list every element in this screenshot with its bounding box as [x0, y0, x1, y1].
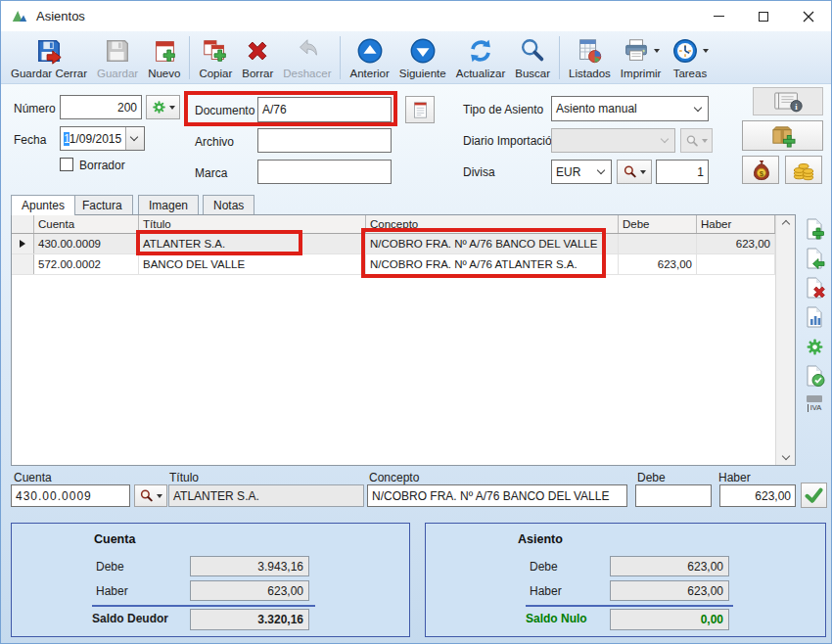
cuenta-separator-line: [92, 605, 315, 607]
info-notebook-icon: i: [771, 90, 805, 113]
archivo-input[interactable]: [257, 128, 392, 153]
tab-imagen[interactable]: Imagen: [138, 195, 199, 214]
undo-icon: [293, 36, 322, 66]
editor-titulo-input: ATLANTER S.A.: [168, 484, 364, 507]
col-header-haber[interactable]: Haber: [697, 215, 775, 233]
grid-settings-button[interactable]: [802, 334, 827, 359]
cell-titulo[interactable]: ATLANTER S.A.: [139, 234, 366, 253]
scroll-up-icon[interactable]: [781, 220, 789, 228]
nuevo-button[interactable]: Nuevo: [143, 33, 185, 82]
svg-text:$: $: [759, 169, 763, 178]
tareas-button[interactable]: Tareas: [666, 33, 714, 82]
buscar-button[interactable]: Buscar: [510, 33, 555, 82]
insert-row-icon: [804, 248, 825, 269]
siguiente-button[interactable]: Siguiente: [394, 33, 451, 82]
col-header-debe[interactable]: Debe: [619, 215, 697, 233]
validate-row-button[interactable]: [802, 363, 827, 389]
divisa-search-button[interactable]: [617, 160, 652, 184]
guardar-label: Guardar: [97, 68, 138, 80]
editor-haber-input[interactable]: 623,00: [719, 484, 796, 507]
add-row-button[interactable]: [802, 216, 827, 242]
tasks-clock-icon: [670, 36, 700, 66]
imprimir-menu-caret-icon[interactable]: [654, 49, 660, 53]
cell-concepto[interactable]: N/COBRO FRA. Nº A/76 ATLANTER S.A.: [366, 254, 619, 274]
col-header-concepto[interactable]: Concepto: [366, 215, 619, 233]
row-report-button[interactable]: [802, 304, 827, 330]
divisa-select[interactable]: EUR: [551, 160, 612, 184]
grid-vertical-scrollbar[interactable]: [775, 215, 795, 465]
anterior-button[interactable]: Anterior: [345, 33, 393, 82]
listados-label: Listados: [569, 68, 611, 80]
editor-concepto-input[interactable]: N/COBRO FRA. Nº A/76 BANCO DEL VALLE: [367, 484, 627, 507]
coins-button[interactable]: [785, 156, 822, 184]
insert-row-button[interactable]: [802, 246, 827, 271]
deshacer-button[interactable]: Deshacer: [278, 33, 336, 82]
chevron-down-icon: [597, 166, 605, 174]
scroll-down-icon[interactable]: [781, 452, 789, 460]
numero-options-button[interactable]: [146, 95, 180, 119]
marca-input[interactable]: [257, 160, 392, 184]
table-row[interactable]: 430.00.0009 ATLANTER S.A. N/COBRO FRA. N…: [12, 234, 795, 254]
fecha-label: Fecha: [14, 133, 46, 147]
nuevo-label: Nuevo: [148, 68, 180, 80]
fecha-dropdown-button[interactable]: [125, 127, 144, 150]
add-package-button[interactable]: [742, 120, 823, 151]
documento-input[interactable]: A/76: [257, 97, 392, 122]
tareas-menu-caret-icon[interactable]: [703, 49, 709, 53]
asiento-haber-value: 623,00: [610, 580, 729, 601]
confirm-row-button[interactable]: [801, 483, 827, 508]
cell-titulo[interactable]: BANCO DEL VALLE: [139, 254, 366, 274]
actualizar-button[interactable]: Actualizar: [451, 33, 511, 82]
iva-button[interactable]: IVA: [802, 392, 827, 414]
listados-button[interactable]: Listados: [564, 33, 616, 82]
borrador-checkbox[interactable]: [60, 158, 73, 171]
cell-cuenta[interactable]: 430.00.0009: [34, 234, 139, 253]
app-logo-icon: [11, 9, 28, 23]
editor-cuenta-input[interactable]: 430.00.0009: [11, 484, 130, 507]
guardar-cerrar-button[interactable]: Guardar Cerrar: [6, 33, 92, 82]
save-close-icon: [34, 36, 64, 66]
documento-notes-button[interactable]: [405, 96, 435, 123]
col-header-titulo[interactable]: Título: [139, 215, 366, 233]
editor-cuenta-search-button[interactable]: [134, 484, 167, 507]
cuenta-haber-label: Haber: [96, 584, 128, 598]
search-icon: [518, 36, 547, 66]
cuenta-haber-value: 623,00: [190, 580, 309, 601]
numero-input[interactable]: 200: [60, 95, 142, 119]
asiento-info-button[interactable]: i: [753, 87, 823, 115]
tipo-asiento-select[interactable]: Asiento manual: [551, 96, 709, 121]
cell-haber[interactable]: 623,00: [697, 234, 775, 253]
money-bag-button[interactable]: $: [742, 156, 779, 184]
delete-row-button[interactable]: [802, 275, 827, 300]
row-arrow-icon: [20, 240, 25, 248]
maximize-button[interactable]: [741, 1, 786, 31]
diario-importacion-label: Diario Importación: [463, 134, 558, 148]
table-row[interactable]: 572.00.0002 BANCO DEL VALLE N/COBRO FRA.…: [12, 254, 795, 275]
copiar-button[interactable]: Copiar: [194, 33, 237, 82]
tab-notas[interactable]: Notas: [203, 195, 254, 214]
cell-cuenta[interactable]: 572.00.0002: [34, 254, 139, 274]
cell-debe[interactable]: 623,00: [619, 254, 697, 274]
guardar-cerrar-label: Guardar Cerrar: [11, 68, 87, 80]
cell-debe[interactable]: [619, 234, 697, 253]
minimize-icon: [714, 16, 724, 17]
close-button[interactable]: [786, 1, 831, 31]
search-icon: [139, 488, 154, 503]
cuenta-debe-label: Debe: [96, 560, 124, 574]
cell-haber[interactable]: [697, 254, 775, 274]
tab-apuntes[interactable]: Apuntes: [11, 195, 75, 215]
editor-haber-label: Haber: [718, 471, 751, 484]
col-header-cuenta[interactable]: Cuenta: [34, 215, 139, 233]
guardar-button[interactable]: Guardar: [92, 33, 143, 82]
fecha-input[interactable]: 11/09/2015: [60, 126, 145, 151]
cell-concepto[interactable]: N/COBRO FRA. Nº A/76 BANCO DEL VALLE: [366, 234, 619, 253]
borrar-button[interactable]: Borrar: [237, 33, 278, 82]
search-icon: [623, 164, 637, 179]
maximize-icon: [759, 12, 768, 22]
minimize-button[interactable]: [696, 1, 741, 31]
tab-factura[interactable]: Factura: [71, 195, 133, 214]
reports-icon: [575, 36, 604, 66]
editor-debe-input[interactable]: [635, 484, 712, 507]
imprimir-button[interactable]: Imprimir: [616, 33, 667, 82]
divisa-rate-input[interactable]: 1: [656, 160, 709, 184]
